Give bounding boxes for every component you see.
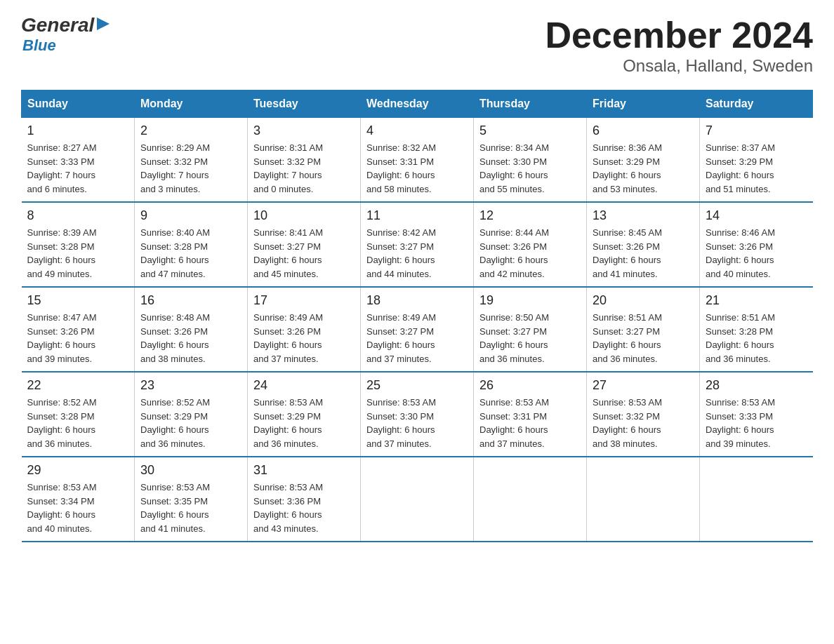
header-tuesday: Tuesday [248, 90, 361, 118]
day-number: 18 [366, 293, 468, 308]
day-cell: 11Sunrise: 8:42 AM Sunset: 3:27 PM Dayli… [361, 202, 474, 287]
day-number: 21 [706, 293, 807, 308]
calendar-table: SundayMondayTuesdayWednesdayThursdayFrid… [21, 90, 813, 542]
header-saturday: Saturday [700, 90, 813, 118]
day-info: Sunrise: 8:39 AM Sunset: 3:28 PM Dayligh… [27, 226, 129, 281]
day-cell: 6Sunrise: 8:36 AM Sunset: 3:29 PM Daylig… [587, 118, 700, 203]
day-info: Sunrise: 8:34 AM Sunset: 3:30 PM Dayligh… [479, 141, 581, 196]
header: General Blue December 2024 Onsala, Halla… [21, 14, 813, 76]
day-info: Sunrise: 8:45 AM Sunset: 3:26 PM Dayligh… [593, 226, 694, 281]
day-cell: 7Sunrise: 8:37 AM Sunset: 3:29 PM Daylig… [700, 118, 813, 203]
day-info: Sunrise: 8:53 AM Sunset: 3:33 PM Dayligh… [706, 396, 807, 450]
day-info: Sunrise: 8:47 AM Sunset: 3:26 PM Dayligh… [27, 311, 129, 365]
day-cell: 23Sunrise: 8:52 AM Sunset: 3:29 PM Dayli… [135, 372, 248, 457]
day-number: 14 [706, 208, 807, 223]
day-number: 7 [706, 123, 807, 138]
day-cell: 30Sunrise: 8:53 AM Sunset: 3:35 PM Dayli… [135, 457, 248, 542]
day-number: 6 [593, 123, 694, 138]
day-cell: 18Sunrise: 8:49 AM Sunset: 3:27 PM Dayli… [361, 287, 474, 372]
day-cell: 31Sunrise: 8:53 AM Sunset: 3:36 PM Dayli… [248, 457, 361, 542]
day-info: Sunrise: 8:52 AM Sunset: 3:28 PM Dayligh… [27, 396, 129, 450]
logo: General Blue [21, 14, 111, 55]
week-row-2: 8Sunrise: 8:39 AM Sunset: 3:28 PM Daylig… [22, 202, 813, 287]
day-number: 30 [140, 463, 241, 478]
day-number: 12 [479, 208, 581, 223]
day-cell [361, 457, 474, 542]
day-cell: 25Sunrise: 8:53 AM Sunset: 3:30 PM Dayli… [361, 372, 474, 457]
day-info: Sunrise: 8:51 AM Sunset: 3:27 PM Dayligh… [593, 311, 694, 365]
day-info: Sunrise: 8:31 AM Sunset: 3:32 PM Dayligh… [253, 141, 355, 196]
logo-blue: Blue [22, 36, 111, 55]
day-cell [474, 457, 587, 542]
day-number: 22 [27, 378, 129, 393]
day-cell: 4Sunrise: 8:32 AM Sunset: 3:31 PM Daylig… [361, 118, 474, 203]
day-number: 1 [27, 123, 129, 138]
day-info: Sunrise: 8:53 AM Sunset: 3:29 PM Dayligh… [253, 396, 355, 450]
day-number: 9 [140, 208, 241, 223]
day-cell [700, 457, 813, 542]
day-number: 24 [253, 378, 355, 393]
day-info: Sunrise: 8:41 AM Sunset: 3:27 PM Dayligh… [253, 226, 355, 281]
day-cell: 5Sunrise: 8:34 AM Sunset: 3:30 PM Daylig… [474, 118, 587, 203]
day-cell: 8Sunrise: 8:39 AM Sunset: 3:28 PM Daylig… [22, 202, 135, 287]
day-info: Sunrise: 8:53 AM Sunset: 3:34 PM Dayligh… [27, 481, 129, 535]
day-number: 13 [593, 208, 694, 223]
day-number: 20 [593, 293, 694, 308]
day-cell: 17Sunrise: 8:49 AM Sunset: 3:26 PM Dayli… [248, 287, 361, 372]
day-number: 29 [27, 463, 129, 478]
day-cell: 27Sunrise: 8:53 AM Sunset: 3:32 PM Dayli… [587, 372, 700, 457]
title-area: December 2024 Onsala, Halland, Sweden [545, 14, 813, 76]
day-cell: 20Sunrise: 8:51 AM Sunset: 3:27 PM Dayli… [587, 287, 700, 372]
day-info: Sunrise: 8:53 AM Sunset: 3:32 PM Dayligh… [593, 396, 694, 450]
svg-marker-0 [97, 18, 110, 30]
day-number: 3 [253, 123, 355, 138]
day-cell: 24Sunrise: 8:53 AM Sunset: 3:29 PM Dayli… [248, 372, 361, 457]
day-info: Sunrise: 8:40 AM Sunset: 3:28 PM Dayligh… [140, 226, 241, 281]
day-cell: 14Sunrise: 8:46 AM Sunset: 3:26 PM Dayli… [700, 202, 813, 287]
day-cell: 16Sunrise: 8:48 AM Sunset: 3:26 PM Dayli… [135, 287, 248, 372]
day-info: Sunrise: 8:37 AM Sunset: 3:29 PM Dayligh… [706, 141, 807, 196]
day-info: Sunrise: 8:44 AM Sunset: 3:26 PM Dayligh… [479, 226, 581, 281]
day-number: 28 [706, 378, 807, 393]
day-info: Sunrise: 8:53 AM Sunset: 3:30 PM Dayligh… [366, 396, 468, 450]
header-wednesday: Wednesday [361, 90, 474, 118]
day-info: Sunrise: 8:42 AM Sunset: 3:27 PM Dayligh… [366, 226, 468, 281]
day-number: 27 [593, 378, 694, 393]
day-info: Sunrise: 8:27 AM Sunset: 3:33 PM Dayligh… [27, 141, 129, 196]
day-number: 16 [140, 293, 241, 308]
day-number: 4 [366, 123, 468, 138]
day-number: 19 [479, 293, 581, 308]
logo-general: General [21, 14, 94, 36]
day-info: Sunrise: 8:32 AM Sunset: 3:31 PM Dayligh… [366, 141, 468, 196]
day-cell: 12Sunrise: 8:44 AM Sunset: 3:26 PM Dayli… [474, 202, 587, 287]
day-cell: 3Sunrise: 8:31 AM Sunset: 3:32 PM Daylig… [248, 118, 361, 203]
day-cell: 10Sunrise: 8:41 AM Sunset: 3:27 PM Dayli… [248, 202, 361, 287]
calendar-subtitle: Onsala, Halland, Sweden [545, 56, 813, 76]
day-info: Sunrise: 8:53 AM Sunset: 3:36 PM Dayligh… [253, 481, 355, 535]
day-info: Sunrise: 8:46 AM Sunset: 3:26 PM Dayligh… [706, 226, 807, 281]
day-info: Sunrise: 8:53 AM Sunset: 3:35 PM Dayligh… [140, 481, 241, 535]
day-number: 26 [479, 378, 581, 393]
calendar-title: December 2024 [545, 14, 813, 56]
day-cell: 9Sunrise: 8:40 AM Sunset: 3:28 PM Daylig… [135, 202, 248, 287]
header-row: SundayMondayTuesdayWednesdayThursdayFrid… [22, 90, 813, 118]
day-number: 5 [479, 123, 581, 138]
week-row-5: 29Sunrise: 8:53 AM Sunset: 3:34 PM Dayli… [22, 457, 813, 542]
header-sunday: Sunday [22, 90, 135, 118]
day-info: Sunrise: 8:53 AM Sunset: 3:31 PM Dayligh… [479, 396, 581, 450]
day-cell: 19Sunrise: 8:50 AM Sunset: 3:27 PM Dayli… [474, 287, 587, 372]
day-number: 8 [27, 208, 129, 223]
day-info: Sunrise: 8:36 AM Sunset: 3:29 PM Dayligh… [593, 141, 694, 196]
day-cell: 2Sunrise: 8:29 AM Sunset: 3:32 PM Daylig… [135, 118, 248, 203]
week-row-4: 22Sunrise: 8:52 AM Sunset: 3:28 PM Dayli… [22, 372, 813, 457]
day-number: 31 [253, 463, 355, 478]
day-cell: 15Sunrise: 8:47 AM Sunset: 3:26 PM Dayli… [22, 287, 135, 372]
header-thursday: Thursday [474, 90, 587, 118]
day-cell: 22Sunrise: 8:52 AM Sunset: 3:28 PM Dayli… [22, 372, 135, 457]
day-number: 23 [140, 378, 241, 393]
day-number: 10 [253, 208, 355, 223]
week-row-3: 15Sunrise: 8:47 AM Sunset: 3:26 PM Dayli… [22, 287, 813, 372]
day-info: Sunrise: 8:48 AM Sunset: 3:26 PM Dayligh… [140, 311, 241, 365]
header-monday: Monday [135, 90, 248, 118]
day-cell: 13Sunrise: 8:45 AM Sunset: 3:26 PM Dayli… [587, 202, 700, 287]
